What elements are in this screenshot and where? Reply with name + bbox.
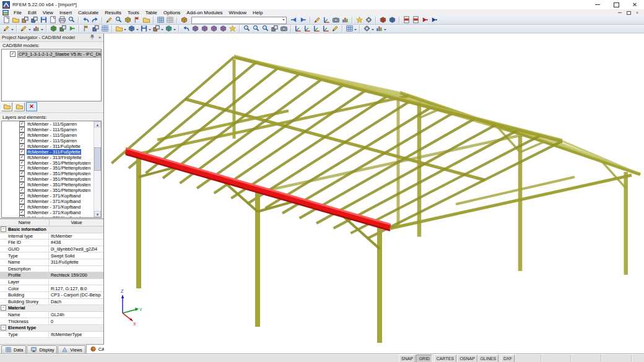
new-model-button[interactable] bbox=[2, 16, 11, 24]
layer-item[interactable]: ✓IfcMember - 371/Kopfband bbox=[2, 193, 101, 199]
tab-data[interactable]: Data bbox=[1, 345, 26, 353]
property-row-building-storey[interactable]: Building StoreyDach bbox=[0, 299, 103, 306]
new-member-button[interactable] bbox=[152, 25, 164, 33]
generator-button[interactable] bbox=[355, 16, 364, 24]
settings-button[interactable] bbox=[364, 16, 373, 24]
print-preview-button[interactable] bbox=[67, 16, 76, 24]
tab-display[interactable]: Display bbox=[27, 345, 57, 353]
layer-checkbox[interactable]: ✓ bbox=[19, 144, 25, 149]
property-group-material[interactable]: −Material bbox=[0, 305, 103, 312]
status-grid-toggle[interactable]: GRID bbox=[416, 355, 432, 362]
visibility-table-button[interactable] bbox=[100, 25, 110, 33]
close-button[interactable]: ✕ bbox=[625, 0, 644, 9]
view-combobox[interactable] bbox=[191, 17, 287, 24]
report-red-button[interactable] bbox=[420, 16, 430, 24]
collapse-icon[interactable]: − bbox=[1, 325, 6, 330]
status-osnap-toggle[interactable]: OSNAP bbox=[457, 355, 477, 362]
property-row-type[interactable]: TypeSwept Solid bbox=[0, 252, 103, 259]
layer-checkbox[interactable]: ✓ bbox=[19, 171, 25, 176]
view-xy-button[interactable] bbox=[191, 25, 200, 33]
copy-picture-button[interactable] bbox=[48, 16, 58, 24]
navigator-toggle-button[interactable] bbox=[180, 16, 189, 24]
property-group-element-type[interactable]: −Element type bbox=[0, 325, 103, 332]
menu-edit[interactable]: Edit bbox=[25, 9, 40, 16]
edit-nodes-button[interactable] bbox=[19, 25, 32, 33]
user-coordinate-button[interactable] bbox=[322, 16, 331, 24]
menu-results[interactable]: Results bbox=[102, 9, 124, 16]
new-surface-button[interactable] bbox=[139, 25, 152, 33]
layer-item[interactable]: ✓IfcMember - 371/Kopfband bbox=[2, 215, 101, 218]
camera-view-button[interactable] bbox=[331, 16, 341, 24]
hide-tables-button[interactable] bbox=[165, 16, 175, 24]
scrollbar-thumb[interactable] bbox=[94, 147, 101, 171]
layer-checkbox[interactable]: ✓ bbox=[19, 160, 25, 166]
layer-checkbox[interactable]: ✓ bbox=[19, 132, 25, 138]
printout-report-2-button[interactable] bbox=[411, 16, 420, 24]
select-tool-button[interactable] bbox=[2, 25, 14, 33]
layer-item[interactable]: ✓IfcMember - 111/Sparren bbox=[2, 132, 101, 138]
new-node-button[interactable] bbox=[115, 25, 127, 33]
select-objects-button[interactable] bbox=[313, 16, 322, 24]
status-dxf-toggle[interactable]: DXF bbox=[501, 355, 515, 362]
property-row-file-id[interactable]: File ID#438 bbox=[0, 239, 103, 246]
layer-item[interactable]: ✓IfcMember - 351/Pfettenpfosten bbox=[2, 182, 101, 187]
menu-view[interactable]: View bbox=[40, 9, 56, 16]
collapse-icon[interactable]: − bbox=[1, 226, 6, 232]
layer-item[interactable]: ✓IfcMember - 351/Pfettenpfosten bbox=[2, 187, 101, 193]
layer-checkbox[interactable]: ✓ bbox=[19, 199, 25, 204]
status-glines-toggle[interactable]: GLINES bbox=[477, 355, 498, 362]
status-cartes-toggle[interactable]: CARTES bbox=[434, 355, 456, 362]
rendering-colors-button[interactable] bbox=[375, 25, 387, 33]
mdi-close-button[interactable]: × bbox=[633, 10, 642, 15]
layer-item[interactable]: ✓IfcMember - 351/Pfettenpfosten bbox=[2, 176, 101, 182]
menu-tools[interactable]: Tools bbox=[124, 9, 142, 16]
view-iso-button[interactable] bbox=[219, 25, 228, 33]
background-layers-button[interactable] bbox=[91, 25, 100, 33]
layers-elements-list[interactable]: ✓IfcMember - 111/Sparren✓IfcMember - 111… bbox=[1, 121, 102, 218]
cad-bim-models-list[interactable]: ✓ CP3_1-3-1-2-1-2_Staebe V5.ifc - IFC_Dl… bbox=[1, 49, 102, 101]
menu-options[interactable]: Options bbox=[160, 9, 184, 16]
module-favorites-button[interactable] bbox=[378, 16, 388, 24]
layer-item-selected[interactable]: ✓IfcMember - 311/Fußpfette bbox=[2, 149, 101, 155]
layer-item[interactable]: ✓IfcMember - 351/Pfettenpfosten bbox=[2, 166, 101, 171]
status-snap-toggle[interactable]: SNAP bbox=[399, 355, 416, 362]
zoom-out-button[interactable] bbox=[261, 25, 270, 33]
undo-button[interactable] bbox=[81, 16, 90, 24]
maximize-button[interactable] bbox=[607, 0, 625, 9]
view-xz-button[interactable] bbox=[200, 25, 209, 33]
property-row-description[interactable]: Description bbox=[0, 266, 103, 273]
isometric-x-button[interactable] bbox=[294, 25, 303, 33]
tab-views[interactable]: Views bbox=[58, 345, 85, 353]
layer-checkbox[interactable]: ✓ bbox=[19, 149, 25, 155]
open-model-button[interactable] bbox=[11, 16, 20, 24]
property-row-internal-type[interactable]: Internal typeIfcMember bbox=[0, 233, 103, 240]
render-mode-button[interactable] bbox=[123, 16, 133, 24]
edit-mode-button[interactable] bbox=[105, 16, 114, 24]
clipping-plane-button[interactable] bbox=[331, 25, 340, 33]
activate-partial-button[interactable] bbox=[58, 25, 67, 33]
pan-button[interactable] bbox=[270, 25, 279, 33]
redo-button[interactable] bbox=[90, 16, 100, 24]
menu-calculate[interactable]: Calculate bbox=[75, 9, 102, 16]
zoom-in-button[interactable] bbox=[251, 25, 261, 33]
pin-icon[interactable] bbox=[89, 34, 96, 41]
layer-item[interactable]: ✓IfcMember - 351/Pfettenpfosten bbox=[2, 171, 101, 176]
layer-checkbox[interactable]: ✓ bbox=[19, 182, 25, 187]
show-tables-button[interactable] bbox=[156, 16, 165, 24]
model-list-item[interactable]: ✓ CP3_1-3-1-2-1-2_Staebe V5.ifc - IFC_Dl… bbox=[10, 51, 101, 58]
property-row-profile[interactable]: ProfileRechteck 159/200 bbox=[0, 272, 103, 279]
isometric-y-button[interactable] bbox=[303, 25, 312, 33]
property-row-name[interactable]: Name311/Fußpfette bbox=[0, 259, 103, 266]
property-group-basic-information[interactable]: −Basic information bbox=[0, 226, 103, 233]
layer-checkbox[interactable]: ✓ bbox=[19, 187, 25, 193]
layer-checkbox[interactable]: ✓ bbox=[19, 138, 25, 144]
layer-item[interactable]: ✓IfcMember - 111/Sparren bbox=[2, 121, 101, 127]
3d-viewport[interactable]: ZYX bbox=[104, 33, 644, 353]
layer-item[interactable]: ✓IfcMember - 311/Fußpfette bbox=[2, 144, 101, 149]
manage-views-button[interactable] bbox=[142, 16, 151, 24]
delete-ifc-model-button[interactable]: ✕ bbox=[26, 102, 37, 111]
perspective-button[interactable] bbox=[279, 25, 289, 33]
edit-ratio-button[interactable] bbox=[32, 25, 44, 33]
layer-item[interactable]: ✓IfcMember - 371/Kopfband bbox=[2, 199, 101, 204]
rotate-view-button[interactable] bbox=[181, 25, 191, 33]
